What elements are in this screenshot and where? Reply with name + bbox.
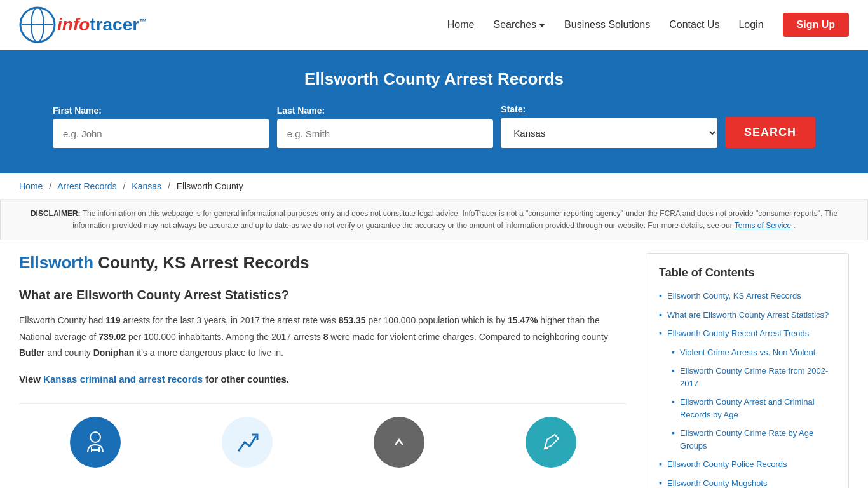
chevron-down-icon [539,24,545,27]
breadcrumb-arrest-records[interactable]: Arrest Records [57,181,116,191]
trend-up-icon [222,417,273,468]
toc-link-8[interactable]: Ellsworth County Police Records [667,458,787,471]
logo: infotracer™ [19,6,147,43]
toc-item-5: Ellsworth County Crime Rate from 2002-20… [672,365,836,390]
nav-searches-label: Searches [493,19,536,30]
breadcrumb-sep-1: / [49,181,51,191]
main-nav: Home Searches Business Solutions Contact… [447,13,849,37]
logo-icon [19,6,56,43]
article-title-highlight: Ellsworth [19,253,93,272]
para-part8: it's a more dangerous place to live in. [134,348,283,358]
icons-row [19,403,627,468]
scroll-up-icon[interactable] [374,417,424,468]
breadcrumb-current: Ellsworth County [177,181,243,191]
para-part5: per 100.000 inhabitants. Among the 2017 … [126,332,323,342]
toc-item-3: Ellsworth County Recent Arrest Trends [659,327,836,340]
logo-tracer-text: tracer [90,15,139,34]
breadcrumb-sep-2: / [123,181,126,191]
hero-section: Ellsworth County Arrest Records First Na… [0,50,868,173]
toc-link-6[interactable]: Ellsworth County Arrest and Criminal Rec… [680,396,836,421]
toc-item-8: Ellsworth County Police Records [659,458,836,471]
toc-item-2: What are Ellsworth County Arrest Statist… [659,309,836,322]
toc-list: Ellsworth County, KS Arrest Records What… [659,290,836,488]
state-group: State: Kansas Alabama Alaska Arizona Ark… [501,104,717,148]
nav-contact-us[interactable]: Contact Us [669,19,719,30]
para-part7: and county [44,348,93,358]
toc-item-7: Ellsworth County Crime Rate by Age Group… [672,427,836,452]
breadcrumb-kansas[interactable]: Kansas [132,181,161,191]
nav-searches[interactable]: Searches [493,19,545,30]
main-content: Ellsworth County, KS Arrest Records What… [0,240,868,488]
para-percent: 15.47% [508,315,538,325]
cta-link[interactable]: Kansas criminal and arrest records [43,374,203,384]
toc-item-9: Ellsworth County Mugshots [659,477,836,488]
para-butler: Butler [19,348,44,358]
content-left: Ellsworth County, KS Arrest Records What… [19,253,646,488]
logo-tm: ™ [139,17,147,26]
toc-link-7[interactable]: Ellsworth County Crime Rate by Age Group… [680,427,836,452]
toc-link-3[interactable]: Ellsworth County Recent Arrest Trends [667,327,809,340]
toc-item-4: Violent Crime Arrests vs. Non-Violent [672,346,836,359]
para-part2: arrests for the last 3 years, in 2017 th… [121,315,339,325]
icon-item-3 [323,417,475,468]
disclaimer-period: . [794,221,796,230]
search-form: First Name: Last Name: State: Kansas Ala… [53,104,815,148]
svg-point-3 [90,432,100,442]
icon-item-1 [19,417,171,468]
toc-item-1: Ellsworth County, KS Arrest Records [659,290,836,302]
signup-button[interactable]: Sign Up [783,13,849,37]
cta-suffix: for other counties. [203,374,289,384]
para-doniphan: Doniphan [93,348,135,358]
pencil-icon [526,417,576,468]
toc-title: Table of Contents [659,266,836,280]
toc-link-4[interactable]: Violent Crime Arrests vs. Non-Violent [680,346,815,359]
icon-item-2 [171,417,323,468]
last-name-group: Last Name: [277,105,494,148]
para-arrests: 119 [105,315,120,325]
logo-info-text: info [57,15,90,34]
hero-title: Ellsworth County Arrest Records [25,69,843,89]
para-national: 739.02 [98,332,126,342]
nav-business-solutions[interactable]: Business Solutions [564,19,650,30]
content-right: Table of Contents Ellsworth County, KS A… [646,253,849,488]
para-part6: were made for violent crime charges. Com… [328,332,607,342]
arrest-icon [70,417,121,468]
table-of-contents: Table of Contents Ellsworth County, KS A… [646,253,849,488]
section-heading: What are Ellsworth County Arrest Statist… [19,288,627,302]
cta-text: View [19,374,43,384]
last-name-label: Last Name: [277,105,325,116]
last-name-input[interactable] [277,119,494,148]
nav-home[interactable]: Home [447,19,475,30]
header: infotracer™ Home Searches Business Solut… [0,0,868,50]
toc-link-5[interactable]: Ellsworth County Crime Rate from 2002-20… [680,365,836,390]
article-title: Ellsworth County, KS Arrest Records [19,253,627,273]
disclaimer-label: DISCLAIMER: [31,209,81,218]
para-part1: Ellsworth County had [19,315,105,325]
icon-item-4 [475,417,627,468]
cta-paragraph: View Kansas criminal and arrest records … [19,374,627,384]
article-paragraph: Ellsworth County had 119 arrests for the… [19,313,627,361]
toc-link-9[interactable]: Ellsworth County Mugshots [667,477,768,488]
toc-item-6: Ellsworth County Arrest and Criminal Rec… [672,396,836,421]
first-name-input[interactable] [53,119,269,148]
disclaimer-text: The information on this webpage is for g… [72,209,837,230]
para-part3: per 100.000 population which is by [366,315,508,325]
state-label: State: [501,104,526,114]
state-select[interactable]: Kansas Alabama Alaska Arizona Arkansas C… [501,118,717,148]
para-rate: 853.35 [339,315,366,325]
breadcrumb-sep-3: / [168,181,170,191]
disclaimer-tos-link[interactable]: Terms of Service [735,221,791,230]
disclaimer-box: DISCLAIMER: The information on this webp… [0,200,868,240]
search-button[interactable]: SEARCH [725,117,815,148]
first-name-group: First Name: [53,105,269,148]
toc-link-1[interactable]: Ellsworth County, KS Arrest Records [667,290,801,302]
article-title-rest: County, KS Arrest Records [93,253,309,272]
breadcrumb: Home / Arrest Records / Kansas / Ellswor… [0,173,868,200]
toc-link-2[interactable]: What are Ellsworth County Arrest Statist… [667,309,829,322]
breadcrumb-home[interactable]: Home [19,181,43,191]
first-name-label: First Name: [53,105,102,116]
nav-login[interactable]: Login [738,19,763,30]
